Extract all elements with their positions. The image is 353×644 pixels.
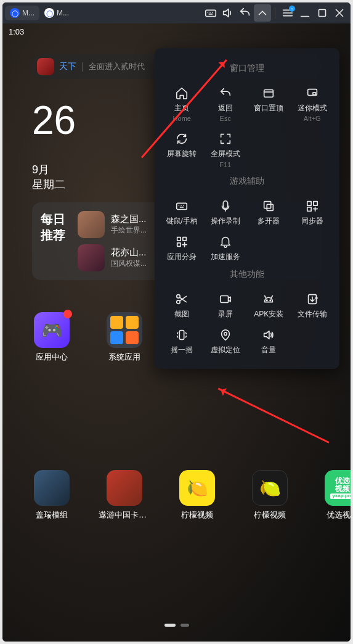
- page-dot-current: [164, 624, 176, 627]
- tab-1[interactable]: ◯ M...: [5, 6, 39, 20]
- pin-window-icon: [261, 85, 277, 101]
- app-label: 应用中心: [26, 352, 78, 363]
- date-month: 9月: [32, 162, 76, 177]
- tools-popup: 窗口管理 主页Home 返回Esc 窗口置顶 迷你模式Alt+G 屏幕旋转 全屏…: [155, 48, 339, 369]
- tool-file-transfer[interactable]: 文件传输: [291, 289, 334, 321]
- folder-icon: [107, 312, 142, 348]
- svg-rect-4: [313, 93, 316, 95]
- app-icon: [34, 470, 70, 506]
- bell-icon: [217, 234, 233, 250]
- app-label: 柠檬视频: [244, 510, 296, 521]
- reco-item-sub: 手绘世界...: [111, 225, 147, 236]
- app-center[interactable]: 应用中心: [26, 312, 78, 363]
- tool-mini-mode[interactable]: 迷你模式Alt+G: [291, 83, 334, 125]
- rotate-icon: [174, 131, 190, 147]
- scissors-icon: [174, 291, 190, 307]
- annotation-arrow: [218, 387, 330, 443]
- gamepad-icon: [34, 312, 70, 348]
- mini-mode-icon: [304, 85, 320, 101]
- tool-app-clone[interactable]: 应用分身: [161, 231, 203, 263]
- tool-apk-install[interactable]: APK安装: [248, 289, 290, 321]
- tool-fake-gps[interactable]: 虚拟定位: [205, 324, 247, 357]
- tool-sync[interactable]: 同步器: [291, 196, 334, 228]
- svg-rect-5: [177, 203, 187, 209]
- svg-point-22: [224, 332, 227, 336]
- tool-rotate[interactable]: 屏幕旋转: [161, 128, 203, 170]
- record-icon: [217, 198, 233, 214]
- tab-2-label: M...: [57, 9, 69, 17]
- android-icon: [261, 291, 277, 307]
- app-icon: [107, 470, 142, 506]
- app-label: 优选视频: [317, 510, 351, 521]
- svg-rect-12: [177, 237, 181, 241]
- svg-rect-21: [180, 331, 184, 340]
- page-dot: [181, 624, 189, 627]
- svg-rect-7: [264, 201, 271, 208]
- svg-rect-0: [206, 10, 216, 16]
- svg-rect-14: [177, 243, 181, 247]
- multi-window-icon: [261, 198, 277, 214]
- reco-thumb: [78, 244, 105, 271]
- tool-record-macro[interactable]: 操作录制: [205, 196, 247, 228]
- update-badge: [289, 6, 295, 12]
- keyboard-icon: [174, 198, 190, 214]
- app-youxuan-video[interactable]: 优选视频 yxap.pro 优选视频: [317, 470, 351, 521]
- tool-back[interactable]: 返回Esc: [205, 83, 247, 125]
- reco-title: 每日推荐: [41, 211, 71, 271]
- fullscreen-icon: [217, 131, 233, 147]
- svg-rect-10: [314, 201, 317, 205]
- lemon-icon: [252, 470, 288, 506]
- app-label: 遨游中国卡车...: [99, 510, 150, 521]
- tool-volume[interactable]: 音量: [248, 324, 290, 357]
- tool-home[interactable]: 主页Home: [161, 83, 203, 125]
- app-icon: 优选视频 yxap.pro: [325, 470, 351, 506]
- app-lemon-video-2[interactable]: 柠檬视频: [244, 470, 296, 521]
- location-icon: [217, 327, 233, 343]
- phone-screen: 1:03 天下 | 全面进入贰时代 26 9月 星期二 每日推荐 森之国...: [2, 23, 351, 642]
- app-label: 柠檬视频: [171, 510, 223, 521]
- back-icon: [217, 85, 233, 101]
- reco-item-sub: 国风权谋...: [111, 258, 147, 269]
- tool-accelerate[interactable]: 加速服务: [205, 231, 247, 263]
- svg-rect-6: [223, 201, 227, 208]
- svg-point-19: [270, 300, 270, 300]
- svg-rect-17: [221, 295, 229, 302]
- reco-item-title: 森之国...: [111, 213, 147, 225]
- tool-screen-record[interactable]: 录屏: [205, 289, 247, 321]
- page-indicator[interactable]: [2, 624, 351, 627]
- svg-rect-11: [307, 207, 311, 211]
- status-bar: 1:03: [2, 23, 351, 39]
- menu-icon[interactable]: [279, 4, 296, 22]
- reco-thumb: [78, 211, 105, 238]
- chevron-up-icon[interactable]: [254, 4, 271, 22]
- volume-icon[interactable]: [219, 4, 237, 22]
- tab-2[interactable]: ◯ M...: [39, 6, 74, 20]
- tool-keymap[interactable]: 键鼠/手柄: [161, 196, 203, 228]
- tool-multi-instance[interactable]: 多开器: [248, 196, 290, 228]
- app-label: 系统应用: [99, 352, 150, 363]
- minimize-icon[interactable]: [296, 4, 314, 22]
- video-icon: [217, 291, 233, 307]
- app-lemon-video-1[interactable]: 柠檬视频: [171, 470, 223, 521]
- tool-pin-window[interactable]: 窗口置顶: [248, 83, 290, 125]
- system-apps[interactable]: 系统应用: [99, 312, 150, 363]
- separator: [275, 7, 275, 19]
- lemon-icon: [179, 470, 215, 506]
- tool-screenshot[interactable]: 截图: [161, 289, 203, 321]
- file-transfer-icon: [304, 291, 320, 307]
- clone-icon: [174, 234, 190, 250]
- popup-section-window: 窗口管理: [161, 63, 333, 74]
- tool-fullscreen[interactable]: 全屏模式F11: [205, 128, 247, 170]
- logo-icon: ◯: [44, 8, 54, 18]
- app-china-truck[interactable]: 遨游中国卡车...: [99, 470, 150, 521]
- notification-dot: [63, 310, 72, 318]
- date-weekday: 星期二: [32, 177, 76, 192]
- tab-1-label: M...: [22, 9, 34, 17]
- close-icon[interactable]: [331, 4, 348, 22]
- svg-rect-8: [267, 204, 274, 210]
- app-garrys-mod[interactable]: 盖瑞模组: [26, 470, 78, 521]
- tool-shake[interactable]: 摇一摇: [161, 324, 203, 357]
- undo-icon[interactable]: [237, 4, 254, 22]
- maximize-icon[interactable]: [314, 4, 331, 22]
- keyboard-icon[interactable]: [202, 4, 219, 22]
